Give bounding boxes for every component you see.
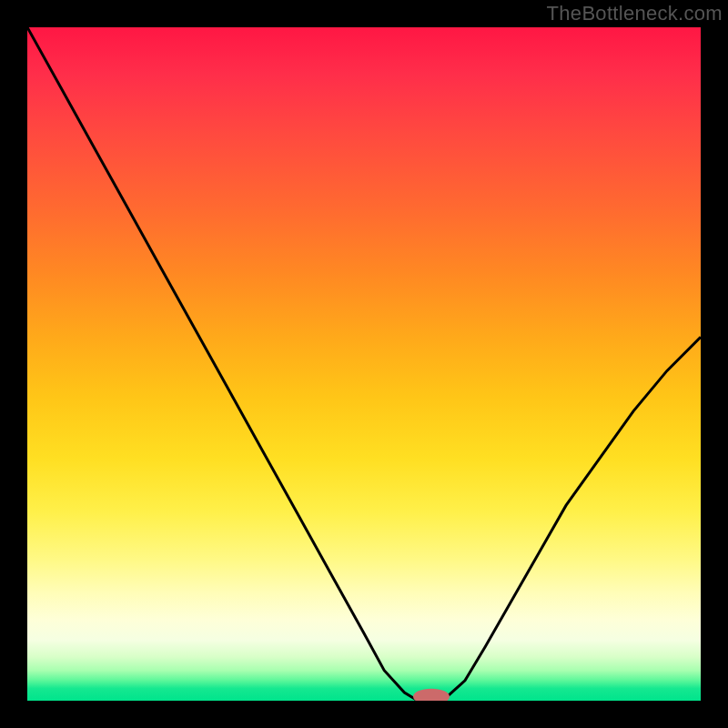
watermark-text: TheBottleneck.com [547, 2, 723, 25]
chart-svg [27, 27, 701, 701]
bottleneck-curve [27, 27, 701, 701]
chart-container: TheBottleneck.com [0, 0, 728, 728]
plot-area [27, 27, 701, 701]
optimum-marker [413, 689, 450, 701]
